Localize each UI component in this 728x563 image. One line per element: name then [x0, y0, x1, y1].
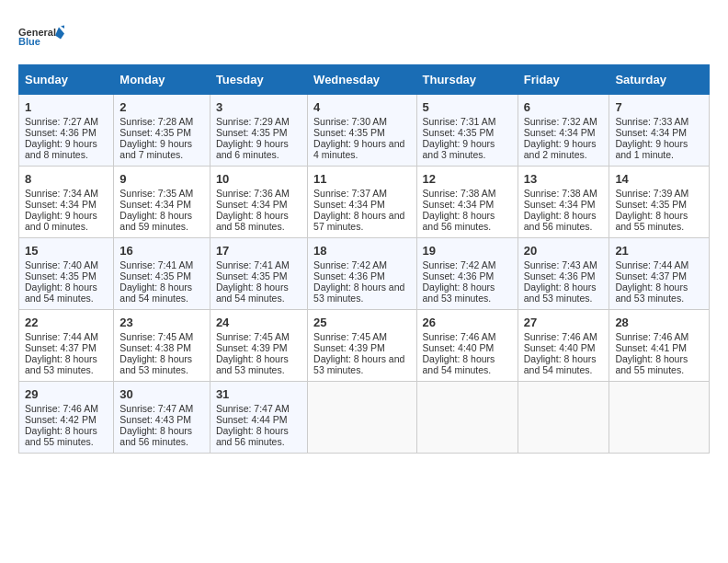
day-number: 12	[423, 172, 512, 186]
day-number: 11	[313, 172, 410, 186]
page-header: General Blue	[18, 18, 710, 55]
day-number: 15	[25, 244, 108, 258]
daylight-text: Daylight: 9 hours and 3 minutes.	[423, 138, 495, 160]
sunset-text: Sunset: 4:34 PM	[524, 199, 596, 210]
day-header-sunday: Sunday	[19, 65, 114, 95]
sunrise-text: Sunrise: 7:36 AM	[216, 188, 290, 199]
day-number: 18	[313, 244, 410, 258]
day-number: 30	[119, 387, 204, 401]
calendar-table: SundayMondayTuesdayWednesdayThursdayFrid…	[18, 64, 710, 454]
calendar-cell: 4Sunrise: 7:30 AMSunset: 4:35 PMDaylight…	[308, 95, 416, 167]
calendar-cell: 8Sunrise: 7:34 AMSunset: 4:34 PMDaylight…	[19, 167, 114, 238]
calendar-cell: 18Sunrise: 7:42 AMSunset: 4:36 PMDayligh…	[308, 238, 416, 310]
day-number: 2	[119, 100, 204, 114]
calendar-cell: 14Sunrise: 7:39 AMSunset: 4:35 PMDayligh…	[609, 167, 710, 238]
day-header-friday: Friday	[518, 65, 609, 95]
sunrise-text: Sunrise: 7:46 AM	[615, 331, 688, 342]
week-row-3: 15Sunrise: 7:40 AMSunset: 4:35 PMDayligh…	[19, 238, 710, 310]
day-number: 28	[615, 316, 703, 329]
calendar-cell: 30Sunrise: 7:47 AMSunset: 4:43 PMDayligh…	[114, 382, 210, 454]
daylight-text: Daylight: 8 hours and 53 minutes.	[423, 282, 495, 304]
sunrise-text: Sunrise: 7:38 AM	[423, 188, 496, 199]
sunset-text: Sunset: 4:43 PM	[119, 414, 191, 425]
sunset-text: Sunset: 4:40 PM	[524, 342, 596, 353]
calendar-cell	[416, 382, 518, 454]
daylight-text: Daylight: 9 hours and 4 minutes.	[313, 138, 404, 160]
sunset-text: Sunset: 4:35 PM	[216, 270, 288, 282]
calendar-cell: 22Sunrise: 7:44 AMSunset: 4:37 PMDayligh…	[19, 310, 114, 382]
sunrise-text: Sunrise: 7:29 AM	[216, 116, 290, 127]
day-number: 3	[216, 100, 301, 114]
sunrise-text: Sunrise: 7:34 AM	[25, 188, 98, 199]
daylight-text: Daylight: 8 hours and 53 minutes.	[313, 282, 404, 304]
sunrise-text: Sunrise: 7:37 AM	[313, 188, 387, 199]
daylight-text: Daylight: 8 hours and 54 minutes.	[423, 353, 495, 375]
calendar-cell: 17Sunrise: 7:41 AMSunset: 4:35 PMDayligh…	[210, 238, 307, 310]
day-number: 7	[615, 100, 703, 114]
sunset-text: Sunset: 4:34 PM	[119, 199, 191, 210]
sunrise-text: Sunrise: 7:44 AM	[615, 259, 688, 270]
day-number: 31	[216, 387, 301, 401]
daylight-text: Daylight: 8 hours and 55 minutes.	[615, 353, 688, 375]
week-row-2: 8Sunrise: 7:34 AMSunset: 4:34 PMDaylight…	[19, 167, 710, 238]
day-number: 14	[615, 172, 703, 186]
sunrise-text: Sunrise: 7:39 AM	[615, 188, 688, 199]
daylight-text: Daylight: 9 hours and 8 minutes.	[25, 138, 97, 160]
calendar-cell: 13Sunrise: 7:38 AMSunset: 4:34 PMDayligh…	[518, 167, 609, 238]
sunset-text: Sunset: 4:36 PM	[313, 270, 385, 282]
sunset-text: Sunset: 4:42 PM	[25, 414, 97, 425]
sunrise-text: Sunrise: 7:46 AM	[423, 331, 496, 342]
sunset-text: Sunset: 4:34 PM	[313, 199, 385, 210]
daylight-text: Daylight: 8 hours and 54 minutes.	[216, 282, 289, 304]
sunset-text: Sunset: 4:35 PM	[423, 127, 495, 138]
sunset-text: Sunset: 4:39 PM	[313, 342, 385, 353]
calendar-cell: 26Sunrise: 7:46 AMSunset: 4:40 PMDayligh…	[416, 310, 518, 382]
calendar-cell	[518, 382, 609, 454]
sunrise-text: Sunrise: 7:35 AM	[119, 188, 193, 199]
sunset-text: Sunset: 4:36 PM	[423, 270, 495, 282]
daylight-text: Daylight: 9 hours and 0 minutes.	[25, 210, 97, 232]
calendar-cell: 12Sunrise: 7:38 AMSunset: 4:34 PMDayligh…	[416, 167, 518, 238]
sunrise-text: Sunrise: 7:38 AM	[524, 188, 597, 199]
week-row-5: 29Sunrise: 7:46 AMSunset: 4:42 PMDayligh…	[19, 382, 710, 454]
calendar-cell: 6Sunrise: 7:32 AMSunset: 4:34 PMDaylight…	[518, 95, 609, 167]
day-number: 8	[25, 172, 108, 186]
daylight-text: Daylight: 8 hours and 53 minutes.	[524, 282, 597, 304]
calendar-cell: 5Sunrise: 7:31 AMSunset: 4:35 PMDaylight…	[416, 95, 518, 167]
day-number: 23	[119, 316, 204, 329]
sunrise-text: Sunrise: 7:47 AM	[216, 403, 290, 414]
sunset-text: Sunset: 4:34 PM	[216, 199, 288, 210]
sunrise-text: Sunrise: 7:42 AM	[313, 259, 387, 270]
day-header-saturday: Saturday	[609, 65, 710, 95]
sunrise-text: Sunrise: 7:46 AM	[25, 403, 98, 414]
calendar-cell: 27Sunrise: 7:46 AMSunset: 4:40 PMDayligh…	[518, 310, 609, 382]
sunrise-text: Sunrise: 7:46 AM	[524, 331, 597, 342]
daylight-text: Daylight: 8 hours and 54 minutes.	[119, 282, 192, 304]
daylight-text: Daylight: 8 hours and 56 minutes.	[423, 210, 495, 232]
sunset-text: Sunset: 4:37 PM	[25, 342, 97, 353]
calendar-cell: 29Sunrise: 7:46 AMSunset: 4:42 PMDayligh…	[19, 382, 114, 454]
calendar-cell: 24Sunrise: 7:45 AMSunset: 4:39 PMDayligh…	[210, 310, 307, 382]
daylight-text: Daylight: 9 hours and 2 minutes.	[524, 138, 597, 160]
sunset-text: Sunset: 4:35 PM	[313, 127, 385, 138]
sunrise-text: Sunrise: 7:30 AM	[313, 116, 387, 127]
sunset-text: Sunset: 4:39 PM	[216, 342, 288, 353]
sunset-text: Sunset: 4:35 PM	[25, 270, 97, 282]
day-header-thursday: Thursday	[416, 65, 518, 95]
day-number: 22	[25, 316, 108, 329]
sunrise-text: Sunrise: 7:44 AM	[25, 331, 98, 342]
daylight-text: Daylight: 8 hours and 53 minutes.	[119, 353, 192, 375]
daylight-text: Daylight: 8 hours and 55 minutes.	[615, 210, 688, 232]
week-row-4: 22Sunrise: 7:44 AMSunset: 4:37 PMDayligh…	[19, 310, 710, 382]
sunrise-text: Sunrise: 7:33 AM	[615, 116, 688, 127]
daylight-text: Daylight: 8 hours and 58 minutes.	[216, 210, 289, 232]
sunrise-text: Sunrise: 7:31 AM	[423, 116, 496, 127]
day-number: 1	[25, 100, 108, 114]
calendar-cell: 19Sunrise: 7:42 AMSunset: 4:36 PMDayligh…	[416, 238, 518, 310]
sunrise-text: Sunrise: 7:27 AM	[25, 116, 98, 127]
sunset-text: Sunset: 4:34 PM	[524, 127, 596, 138]
daylight-text: Daylight: 8 hours and 54 minutes.	[25, 282, 97, 304]
sunrise-text: Sunrise: 7:43 AM	[524, 259, 597, 270]
sunset-text: Sunset: 4:38 PM	[119, 342, 191, 353]
daylight-text: Daylight: 9 hours and 6 minutes.	[216, 138, 289, 160]
